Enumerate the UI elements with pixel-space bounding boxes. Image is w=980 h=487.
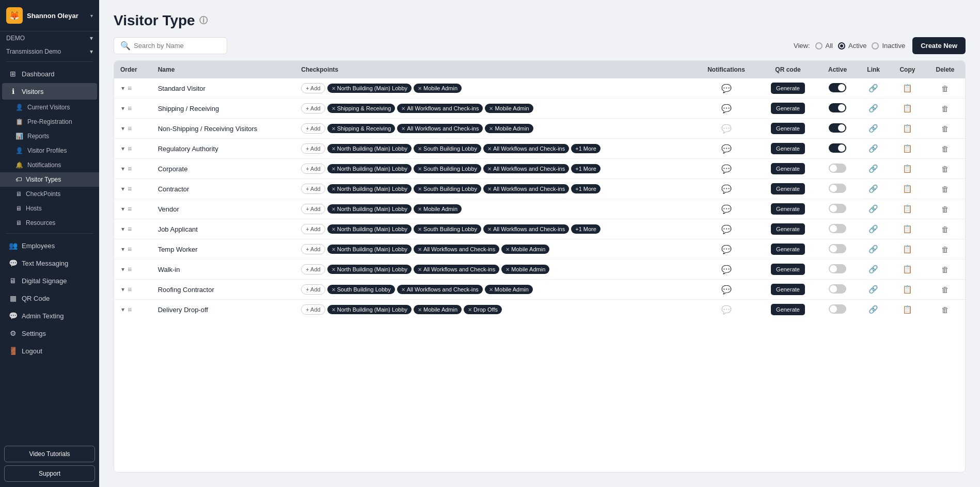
generate-qr-button[interactable]: Generate bbox=[771, 304, 805, 315]
add-checkpoint-button[interactable]: + Add bbox=[301, 284, 325, 295]
active-toggle[interactable] bbox=[829, 284, 846, 294]
copy-icon[interactable]: 📋 bbox=[903, 184, 912, 193]
sidebar-item-visitor-profiles[interactable]: 👤 Visitor Profiles bbox=[0, 143, 99, 158]
delete-icon[interactable]: 🗑 bbox=[941, 245, 949, 254]
expand-chevron[interactable]: ▾ bbox=[120, 224, 125, 234]
remove-checkpoint[interactable]: ✕ bbox=[331, 226, 336, 232]
sidebar-item-logout[interactable]: 🚪 Logout bbox=[2, 343, 97, 359]
notification-icon[interactable]: 💬 bbox=[721, 285, 732, 294]
add-checkpoint-button[interactable]: + Add bbox=[301, 143, 325, 154]
notification-icon[interactable]: 💬 bbox=[721, 104, 732, 113]
delete-icon[interactable]: 🗑 bbox=[941, 84, 949, 93]
active-toggle[interactable] bbox=[829, 204, 846, 213]
delete-icon[interactable]: 🗑 bbox=[941, 104, 949, 113]
add-checkpoint-button[interactable]: + Add bbox=[301, 83, 325, 93]
remove-checkpoint[interactable]: ✕ bbox=[331, 186, 336, 192]
drag-handle[interactable]: ≡ bbox=[128, 124, 132, 133]
sidebar-item-checkpoints[interactable]: 🖥 CheckPoints bbox=[0, 187, 99, 201]
sidebar-item-text-messaging[interactable]: 💬 Text Messaging bbox=[2, 255, 97, 271]
active-toggle[interactable] bbox=[829, 83, 846, 92]
drag-handle[interactable]: ≡ bbox=[128, 305, 132, 314]
more-checkpoints[interactable]: +1 More bbox=[571, 144, 600, 153]
sidebar-item-current-visitors[interactable]: 👤 Current Visitors bbox=[0, 100, 99, 115]
active-toggle[interactable] bbox=[829, 224, 846, 233]
remove-checkpoint[interactable]: ✕ bbox=[487, 166, 492, 172]
more-checkpoints[interactable]: +1 More bbox=[571, 184, 600, 193]
notification-icon[interactable]: 💬 bbox=[721, 265, 732, 274]
drag-handle[interactable]: ≡ bbox=[128, 185, 132, 193]
sidebar-header[interactable]: 🦊 Shannon Oleyar ▾ bbox=[0, 0, 99, 31]
generate-qr-button[interactable]: Generate bbox=[771, 163, 805, 174]
remove-checkpoint[interactable]: ✕ bbox=[331, 106, 336, 111]
remove-checkpoint[interactable]: ✕ bbox=[489, 126, 493, 132]
remove-checkpoint[interactable]: ✕ bbox=[489, 287, 493, 293]
copy-icon[interactable]: 📋 bbox=[903, 104, 912, 112]
remove-checkpoint[interactable]: ✕ bbox=[418, 267, 422, 272]
remove-checkpoint[interactable]: ✕ bbox=[331, 206, 336, 212]
remove-checkpoint[interactable]: ✕ bbox=[331, 166, 336, 172]
expand-chevron[interactable]: ▾ bbox=[120, 204, 125, 214]
view-inactive-option[interactable]: Inactive bbox=[872, 42, 905, 50]
video-tutorials-button[interactable]: Video Tutorials bbox=[4, 446, 95, 462]
remove-checkpoint[interactable]: ✕ bbox=[418, 86, 422, 91]
add-checkpoint-button[interactable]: + Add bbox=[301, 103, 325, 113]
sidebar-item-settings[interactable]: ⚙ Settings bbox=[2, 325, 97, 342]
remove-checkpoint[interactable]: ✕ bbox=[487, 186, 492, 192]
link-icon[interactable]: 🔗 bbox=[868, 265, 878, 273]
remove-checkpoint[interactable]: ✕ bbox=[401, 106, 405, 111]
more-checkpoints[interactable]: +1 More bbox=[571, 164, 600, 173]
link-icon[interactable]: 🔗 bbox=[868, 204, 878, 213]
view-all-option[interactable]: All bbox=[815, 42, 833, 50]
delete-icon[interactable]: 🗑 bbox=[941, 225, 949, 234]
remove-checkpoint[interactable]: ✕ bbox=[331, 307, 336, 313]
sidebar-item-notifications[interactable]: 🔔 Notifications bbox=[0, 158, 99, 172]
link-icon[interactable]: 🔗 bbox=[868, 305, 878, 314]
add-checkpoint-button[interactable]: + Add bbox=[301, 224, 325, 234]
delete-icon[interactable]: 🗑 bbox=[941, 124, 949, 133]
link-icon[interactable]: 🔗 bbox=[868, 224, 878, 233]
active-toggle[interactable] bbox=[829, 103, 846, 112]
notification-icon[interactable]: 💬 bbox=[721, 84, 732, 93]
delete-icon[interactable]: 🗑 bbox=[941, 265, 949, 274]
remove-checkpoint[interactable]: ✕ bbox=[331, 287, 336, 293]
expand-chevron[interactable]: ▾ bbox=[120, 124, 125, 133]
expand-chevron[interactable]: ▾ bbox=[120, 285, 125, 294]
remove-checkpoint[interactable]: ✕ bbox=[331, 146, 336, 152]
link-icon[interactable]: 🔗 bbox=[868, 245, 878, 253]
sidebar-item-visitor-types[interactable]: 🏷 Visitor Types bbox=[0, 172, 99, 187]
expand-chevron[interactable]: ▾ bbox=[120, 104, 125, 113]
generate-qr-button[interactable]: Generate bbox=[771, 183, 805, 194]
remove-checkpoint[interactable]: ✕ bbox=[418, 247, 422, 252]
remove-checkpoint[interactable]: ✕ bbox=[487, 226, 492, 232]
remove-checkpoint[interactable]: ✕ bbox=[468, 307, 472, 313]
sidebar-item-reports[interactable]: 📊 Reports bbox=[0, 129, 99, 143]
sidebar-item-visitors[interactable]: ℹ Visitors bbox=[2, 83, 97, 100]
link-icon[interactable]: 🔗 bbox=[868, 164, 878, 173]
notification-icon[interactable]: 💬 bbox=[721, 185, 732, 193]
link-icon[interactable]: 🔗 bbox=[868, 184, 878, 193]
generate-qr-button[interactable]: Generate bbox=[771, 103, 805, 114]
create-new-button[interactable]: Create New bbox=[912, 37, 966, 54]
sidebar-item-pre-registration[interactable]: 📋 Pre-Registration bbox=[0, 115, 99, 129]
delete-icon[interactable]: 🗑 bbox=[941, 285, 949, 294]
active-toggle[interactable] bbox=[829, 123, 846, 133]
add-checkpoint-button[interactable]: + Add bbox=[301, 123, 325, 134]
add-checkpoint-button[interactable]: + Add bbox=[301, 204, 325, 214]
copy-icon[interactable]: 📋 bbox=[903, 224, 912, 233]
delete-icon[interactable]: 🗑 bbox=[941, 305, 949, 314]
sub-org-label[interactable]: Transmission Demo ▾ bbox=[0, 45, 99, 58]
delete-icon[interactable]: 🗑 bbox=[941, 165, 949, 173]
sidebar-item-digital-signage[interactable]: 🖥 Digital Signage bbox=[2, 272, 97, 289]
delete-icon[interactable]: 🗑 bbox=[941, 144, 949, 153]
notification-icon[interactable]: 💬 bbox=[721, 245, 732, 254]
notification-icon[interactable]: 💬 bbox=[721, 165, 732, 173]
copy-icon[interactable]: 📋 bbox=[903, 164, 912, 173]
inactive-radio[interactable] bbox=[872, 42, 879, 50]
link-icon[interactable]: 🔗 bbox=[868, 104, 878, 112]
drag-handle[interactable]: ≡ bbox=[128, 144, 132, 153]
expand-chevron[interactable]: ▾ bbox=[120, 265, 125, 274]
active-toggle[interactable] bbox=[829, 143, 846, 153]
generate-qr-button[interactable]: Generate bbox=[771, 123, 805, 134]
add-checkpoint-button[interactable]: + Add bbox=[301, 184, 325, 194]
expand-chevron[interactable]: ▾ bbox=[120, 305, 125, 314]
